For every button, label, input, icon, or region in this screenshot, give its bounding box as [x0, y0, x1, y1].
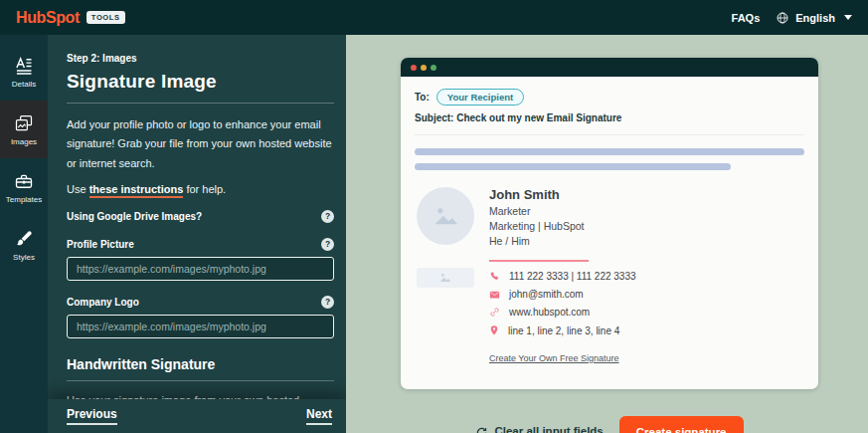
styles-icon	[14, 229, 34, 249]
refresh-icon	[475, 426, 488, 433]
signature-details-column: John Smith Marketer Marketing | HubSpot …	[489, 187, 804, 365]
signature-job-title: Marketer	[489, 205, 804, 217]
step-navigation: Previous Next	[48, 399, 346, 433]
language-label: English	[795, 12, 835, 24]
help-icon[interactable]: ?	[321, 296, 334, 309]
step-label: Step 2: Images	[67, 53, 334, 64]
tools-badge: TOOLS	[87, 11, 125, 24]
preview-controls: Clear all input fields Create signature	[401, 416, 818, 433]
signature-address-row: line 1, line 2, line 3, line 4	[489, 325, 804, 336]
signature-email: john@smith.com	[509, 289, 584, 300]
signature-name: John Smith	[489, 187, 804, 202]
company-logo-placeholder	[417, 268, 474, 288]
language-selector[interactable]: English	[776, 11, 852, 25]
signature-email-row: john@smith.com	[489, 289, 804, 300]
signature-divider	[489, 260, 589, 262]
to-row: To: Your Recipient	[415, 89, 804, 106]
signature-address: line 1, line 2, line 3, line 4	[508, 325, 619, 336]
app-body: Details Images Templates	[0, 35, 868, 433]
signature-phone: 111 222 3333 | 111 222 3333	[509, 271, 636, 282]
signature-phone-row: 111 222 3333 | 111 222 3333	[489, 271, 804, 282]
create-signature-button[interactable]: Create signature	[619, 416, 744, 433]
signature-preview: John Smith Marketer Marketing | HubSpot …	[415, 187, 804, 365]
subject-line: Subject: Check out my new Email Signatur…	[415, 112, 804, 135]
caret-down-icon	[844, 15, 852, 20]
sidebar-item-images[interactable]: Images	[0, 101, 48, 158]
window-dot-red-icon	[411, 65, 417, 71]
preview-area: To: Your Recipient Subject: Check out my…	[346, 35, 868, 433]
google-drive-label: Using Google Drive Images?	[67, 211, 202, 222]
email-body: To: Your Recipient Subject: Check out my…	[401, 77, 818, 389]
create-own-signature-link[interactable]: Create Your Own Free Signature	[489, 353, 619, 363]
clear-fields-button[interactable]: Clear all input fields	[475, 425, 603, 433]
instructions-line: Use these instructions for help.	[67, 183, 334, 195]
signature-generator-app: HubSpot TOOLS FAQs English	[0, 0, 868, 433]
previous-button[interactable]: Previous	[67, 407, 117, 425]
placeholder-text-bar	[415, 148, 804, 155]
top-bar: HubSpot TOOLS FAQs English	[0, 0, 868, 35]
profile-picture-input[interactable]	[67, 257, 334, 281]
to-label: To:	[415, 92, 430, 103]
instructions-prefix: Use	[67, 183, 89, 195]
sidebar-item-label: Details	[12, 80, 36, 89]
help-icon[interactable]: ?	[321, 238, 334, 251]
google-drive-row: Using Google Drive Images? ?	[67, 210, 334, 223]
company-logo-row: Company Logo ?	[67, 296, 334, 309]
profile-photo-placeholder	[417, 187, 474, 245]
next-button[interactable]: Next	[306, 407, 332, 425]
signature-website-row: www.hubspot.com	[489, 307, 804, 318]
handwritten-signature-title: Handwritten Signature	[67, 356, 334, 372]
profile-picture-row: Profile Picture ?	[67, 238, 334, 251]
window-dot-yellow-icon	[421, 65, 427, 71]
details-icon	[14, 56, 34, 76]
sidebar-item-templates[interactable]: Templates	[0, 158, 48, 216]
images-icon	[14, 113, 34, 133]
intro-text: Add your profile photo or logo to enhanc…	[67, 115, 334, 173]
sidebar-item-label: Images	[11, 137, 37, 146]
sidebar-item-label: Styles	[13, 253, 35, 262]
title-divider	[67, 103, 334, 104]
sidebar-item-styles[interactable]: Styles	[0, 216, 48, 274]
hubspot-logo-text: HubSpot	[16, 9, 80, 27]
company-logo-input[interactable]	[67, 315, 334, 338]
image-placeholder-icon	[438, 272, 452, 284]
signature-pronouns: He / Him	[489, 235, 804, 247]
signature-company: Marketing | HubSpot	[489, 220, 804, 232]
phone-icon	[489, 271, 500, 282]
globe-icon	[776, 11, 789, 25]
top-bar-right: FAQs English	[732, 11, 852, 25]
handwritten-divider	[67, 380, 334, 381]
faqs-link[interactable]: FAQs	[732, 12, 761, 24]
email-window-titlebar	[401, 58, 818, 77]
signature-images-column	[417, 187, 474, 365]
instructions-suffix: for help.	[183, 183, 226, 195]
recipient-pill[interactable]: Your Recipient	[436, 89, 524, 106]
signature-website: www.hubspot.com	[509, 307, 590, 318]
location-icon	[489, 325, 499, 336]
images-step-panel: Step 2: Images Signature Image Add your …	[48, 35, 346, 433]
email-icon	[489, 290, 500, 300]
link-icon	[489, 307, 500, 318]
window-dot-green-icon	[431, 65, 436, 71]
instructions-link[interactable]: these instructions	[89, 183, 184, 198]
sidebar-item-label: Templates	[6, 195, 42, 204]
placeholder-text-bar	[415, 163, 731, 170]
templates-icon	[14, 171, 34, 191]
profile-picture-label: Profile Picture	[67, 239, 134, 250]
help-icon[interactable]: ?	[321, 210, 334, 223]
image-placeholder-icon	[431, 201, 460, 231]
hubspot-logo[interactable]: HubSpot TOOLS	[16, 9, 125, 27]
company-logo-label: Company Logo	[67, 297, 139, 308]
preview-column: To: Your Recipient Subject: Check out my…	[401, 58, 818, 433]
clear-fields-label: Clear all input fields	[494, 425, 603, 433]
step-sidebar: Details Images Templates	[0, 35, 48, 433]
sidebar-item-details[interactable]: Details	[0, 43, 48, 101]
page-title: Signature Image	[67, 71, 334, 93]
email-preview-card: To: Your Recipient Subject: Check out my…	[401, 58, 818, 389]
